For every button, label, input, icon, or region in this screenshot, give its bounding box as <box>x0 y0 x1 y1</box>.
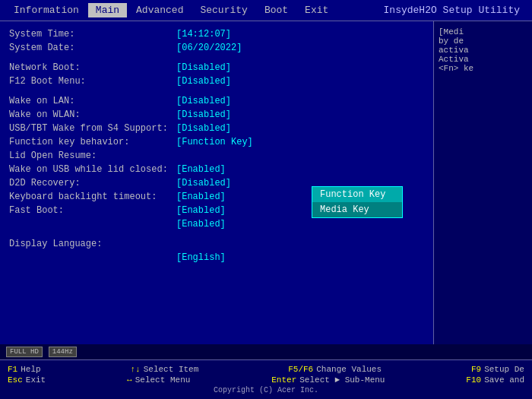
key-esc: Esc <box>8 375 23 385</box>
status-f1-help: F1 Help <box>8 365 41 374</box>
help-line-1: [Medi <box>439 27 527 36</box>
value-function-key[interactable]: [Function Key] <box>176 137 253 147</box>
menu-boot[interactable]: Boot <box>257 3 296 17</box>
label-f12-boot: F12 Boot Menu: <box>9 76 176 87</box>
value-kbd-backlight[interactable]: [Enabled] <box>176 192 226 202</box>
label-system-time: System Time: <box>9 29 176 40</box>
menu-bar: Information Main Advanced Security Boot … <box>0 0 532 21</box>
dropdown-option-media-key[interactable]: Media Key <box>312 202 402 217</box>
desc-select-item: Select Item <box>144 365 199 374</box>
value-fast-boot[interactable]: [Enabled] <box>176 205 226 216</box>
status-setup: F9 Setup De <box>471 365 524 374</box>
setting-lang-value: [English] <box>9 252 424 263</box>
label-wake-usb-lid: Wake on USB while lid closed: <box>9 164 176 175</box>
setting-wake-usb-lid: Wake on USB while lid closed: [Enabled] <box>9 164 424 175</box>
value-wake-usb-lid[interactable]: [Enabled] <box>176 164 226 175</box>
label-d2d: D2D Recovery: <box>9 178 176 188</box>
status-bar: F1 Help ↑↓ Select Item F5/F6 Change Valu… <box>0 359 532 399</box>
label-function-key: Function key behavior: <box>9 137 176 147</box>
setting-system-time: System Time: [14:12:07] <box>9 29 424 40</box>
desc-help: Help <box>21 365 40 374</box>
label-fast-boot: Fast Boot: <box>9 205 176 216</box>
desc-select-menu: Select Menu <box>135 375 191 385</box>
setting-extra: [Enabled] <box>9 219 424 230</box>
key-updown: ↑↓ <box>131 365 141 374</box>
menu-main[interactable]: Main <box>88 3 127 17</box>
dropdown-option-function-key[interactable]: Function Key <box>312 187 402 202</box>
desc-exit: Exit <box>26 375 46 385</box>
help-panel: [Medi by de activa Activa <Fn> ke <box>433 21 532 356</box>
setting-f12-boot: F12 Boot Menu: [Disabled] <box>9 76 424 87</box>
status-f10-save: F10 Save and <box>466 375 524 385</box>
content-area: System Time: [14:12:07] System Date: [06… <box>0 21 532 356</box>
function-key-dropdown[interactable]: Function Key Media Key <box>312 186 403 218</box>
key-leftright: ↔ <box>127 375 132 385</box>
desc-change-values: Change Values <box>316 365 382 374</box>
value-network-boot[interactable]: [Disabled] <box>176 62 231 73</box>
setting-system-date: System Date: [06/20/2022] <box>9 43 424 53</box>
label-display-lang: Display Language: <box>9 239 176 249</box>
copyright: Copyright (C) Acer Inc. <box>0 385 532 395</box>
setting-usb-tbt-wake: USB/TBT Wake from S4 Support: [Disabled] <box>9 123 424 134</box>
label-system-date: System Date: <box>9 43 176 53</box>
help-line-4: Activa <box>439 55 527 64</box>
label-kbd-backlight: Keyboard backlight timeout: <box>9 192 176 202</box>
key-f5f6: F5/F6 <box>288 365 313 374</box>
menu-exit[interactable]: Exit <box>297 3 336 17</box>
desc-save: Save and <box>484 375 524 385</box>
value-system-time[interactable]: [14:12:07] <box>176 29 231 40</box>
key-enter: Enter <box>271 375 296 385</box>
hz-badge: 144Hz <box>49 347 77 357</box>
value-extra: [Enabled] <box>176 219 226 230</box>
value-wake-wlan[interactable]: [Disabled] <box>176 109 231 120</box>
help-line-5: <Fn> ke <box>439 64 527 73</box>
value-f12-boot[interactable]: [Disabled] <box>176 76 231 87</box>
status-select-item: ↑↓ Select Item <box>131 365 199 374</box>
label-wake-lan: Wake on LAN: <box>9 96 176 106</box>
label-network-boot: Network Boot: <box>9 62 176 73</box>
status-esc-exit: Esc Exit <box>8 375 46 385</box>
app-title: InsydeH2O Setup Utility <box>384 5 526 16</box>
menu-information[interactable]: Information <box>6 3 87 17</box>
status-row-1: F1 Help ↑↓ Select Item F5/F6 Change Valu… <box>0 364 532 375</box>
key-f9: F9 <box>471 365 481 374</box>
value-usb-tbt-wake[interactable]: [Disabled] <box>176 123 231 134</box>
setting-wake-wlan: Wake on WLAN: [Disabled] <box>9 109 424 120</box>
status-enter: Enter Select ► Sub-Menu <box>271 375 385 385</box>
key-f1: F1 <box>8 365 17 374</box>
status-select-menu: ↔ Select Menu <box>127 375 190 385</box>
setting-lid-open: Lid Open Resume: <box>9 150 424 161</box>
value-system-date[interactable]: [06/20/2022] <box>176 43 242 53</box>
icon-bar: FULL HD 144Hz <box>0 344 532 359</box>
status-row-2: Esc Exit ↔ Select Menu Enter Select ► Su… <box>0 375 532 385</box>
menu-security[interactable]: Security <box>192 3 255 17</box>
label-wake-wlan: Wake on WLAN: <box>9 109 176 120</box>
help-line-3: activa <box>439 46 527 55</box>
fullhd-badge: FULL HD <box>6 347 43 357</box>
setting-display-lang: Display Language: <box>9 239 424 249</box>
status-change-values: F5/F6 Change Values <box>288 365 382 374</box>
desc-setup: Setup De <box>484 365 524 374</box>
menu-advanced[interactable]: Advanced <box>128 3 191 17</box>
value-lang-english[interactable]: [English] <box>176 252 226 263</box>
setting-wake-lan: Wake on LAN: [Disabled] <box>9 96 424 106</box>
value-wake-lan[interactable]: [Disabled] <box>176 96 231 106</box>
desc-sub-menu: Select ► Sub-Menu <box>299 375 385 385</box>
value-d2d[interactable]: [Disabled] <box>176 178 231 188</box>
label-lid-open: Lid Open Resume: <box>9 150 176 161</box>
key-f10: F10 <box>466 375 481 385</box>
label-usb-tbt-wake: USB/TBT Wake from S4 Support: <box>9 123 176 134</box>
help-line-2: by de <box>439 36 527 46</box>
menu-items: Information Main Advanced Security Boot … <box>6 3 336 17</box>
setting-network-boot: Network Boot: [Disabled] <box>9 62 424 73</box>
setting-function-key: Function key behavior: [Function Key] <box>9 137 424 147</box>
